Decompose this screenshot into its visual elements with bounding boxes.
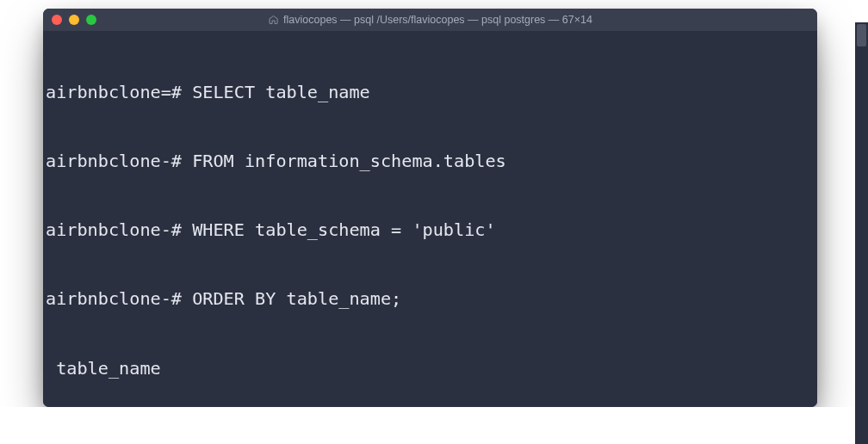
window-title-text: flaviocopes — psql /Users/flaviocopes — … — [283, 14, 592, 26]
window-title: flaviocopes — psql /Users/flaviocopes — … — [268, 14, 592, 26]
terminal-line: airbnbclone-# ORDER BY table_name; — [46, 287, 816, 311]
home-icon — [268, 15, 278, 25]
close-button[interactable] — [52, 15, 62, 25]
traffic-lights — [52, 15, 96, 25]
titlebar[interactable]: flaviocopes — psql /Users/flaviocopes — … — [43, 9, 817, 31]
terminal-line: airbnbclone-# FROM information_schema.ta… — [46, 150, 816, 173]
terminal-line: airbnbclone=# SELECT table_name — [46, 81, 816, 104]
terminal-body[interactable]: airbnbclone=# SELECT table_name airbnbcl… — [43, 31, 817, 407]
zoom-button[interactable] — [86, 15, 96, 25]
minimize-button[interactable] — [69, 15, 79, 25]
terminal-line: table_name — [46, 357, 816, 380]
terminal-window: flaviocopes — psql /Users/flaviocopes — … — [43, 9, 817, 407]
terminal-line: airbnbclone-# WHERE table_schema = 'publ… — [46, 219, 816, 242]
